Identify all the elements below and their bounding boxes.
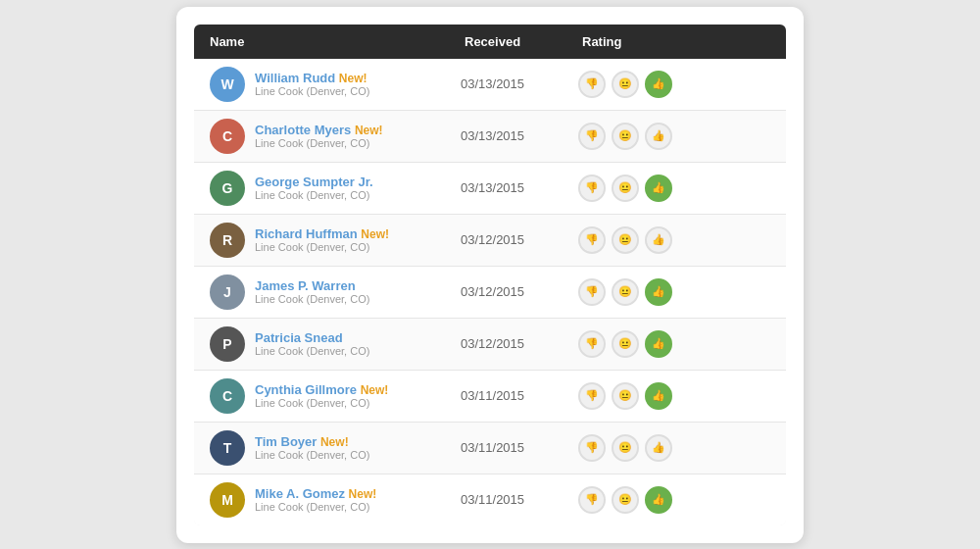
- header-rating: Rating: [582, 34, 770, 49]
- new-badge: New!: [320, 435, 349, 449]
- person-name[interactable]: Tim Boyer New!: [255, 434, 461, 449]
- neutral-button[interactable]: 😐: [612, 278, 639, 306]
- thumbup-button[interactable]: 👍: [645, 278, 672, 306]
- received-date: 03/13/2015: [461, 128, 578, 143]
- table-row: CCharlotte Myers New!Line Cook (Denver, …: [194, 111, 786, 163]
- avatar: P: [210, 326, 245, 362]
- rating-icons: 👎😐👍: [578, 226, 770, 254]
- person-subtitle: Line Cook (Denver, CO): [255, 137, 461, 149]
- person-info: George Sumpter Jr. Line Cook (Denver, CO…: [255, 175, 461, 201]
- thumbdown-button[interactable]: 👎: [578, 278, 606, 306]
- neutral-button[interactable]: 😐: [612, 175, 639, 202]
- person-info: Patricia Snead Line Cook (Denver, CO): [255, 330, 461, 357]
- thumbdown-button[interactable]: 👎: [578, 330, 606, 358]
- person-name[interactable]: Cynthia Gillmore New!: [255, 382, 461, 397]
- person-name[interactable]: James P. Warren: [255, 278, 461, 293]
- table-row: WWilliam Rudd New!Line Cook (Denver, CO)…: [194, 59, 786, 111]
- person-name[interactable]: William Rudd New!: [255, 71, 461, 85]
- thumbdown-button[interactable]: 👎: [578, 434, 606, 462]
- table-row: TTim Boyer New!Line Cook (Denver, CO)03/…: [194, 423, 786, 474]
- rating-icons: 👎😐👍: [578, 330, 770, 358]
- neutral-button[interactable]: 😐: [612, 226, 639, 254]
- person-name[interactable]: Mike A. Gomez New!: [255, 486, 461, 501]
- person-subtitle: Line Cook (Denver, CO): [255, 345, 461, 357]
- rating-icons: 👎😐👍: [578, 382, 770, 410]
- person-name[interactable]: Charlotte Myers New!: [255, 123, 461, 137]
- person-subtitle: Line Cook (Denver, CO): [255, 449, 461, 461]
- rating-icons: 👎😐👍: [578, 434, 770, 462]
- neutral-button[interactable]: 😐: [612, 330, 639, 358]
- person-info: Mike A. Gomez New!Line Cook (Denver, CO): [255, 486, 461, 513]
- person-name[interactable]: Richard Huffman New!: [255, 226, 461, 241]
- person-subtitle: Line Cook (Denver, CO): [255, 85, 461, 97]
- new-badge: New!: [361, 227, 389, 241]
- neutral-button[interactable]: 😐: [612, 434, 639, 462]
- thumbup-button[interactable]: 👍: [645, 330, 672, 358]
- table-body: WWilliam Rudd New!Line Cook (Denver, CO)…: [194, 59, 786, 525]
- thumbdown-button[interactable]: 👎: [578, 175, 606, 202]
- table-header: Name Received Rating: [194, 25, 786, 59]
- avatar: J: [210, 274, 245, 310]
- avatar: W: [210, 67, 245, 102]
- person-info: William Rudd New!Line Cook (Denver, CO): [255, 71, 461, 97]
- neutral-button[interactable]: 😐: [612, 486, 639, 514]
- thumbup-button[interactable]: 👍: [645, 434, 672, 462]
- avatar: T: [210, 430, 245, 466]
- received-date: 03/11/2015: [461, 492, 578, 507]
- header-name: Name: [210, 34, 465, 49]
- thumbup-button[interactable]: 👍: [645, 486, 672, 514]
- thumbdown-button[interactable]: 👎: [578, 123, 606, 150]
- received-date: 03/11/2015: [461, 440, 578, 455]
- received-date: 03/13/2015: [461, 180, 578, 195]
- thumbup-button[interactable]: 👍: [645, 71, 672, 98]
- new-badge: New!: [361, 383, 389, 397]
- person-info: Cynthia Gillmore New!Line Cook (Denver, …: [255, 382, 461, 409]
- table-row: MMike A. Gomez New!Line Cook (Denver, CO…: [194, 474, 786, 525]
- table-row: GGeorge Sumpter Jr. Line Cook (Denver, C…: [194, 163, 786, 215]
- table-row: JJames P. Warren Line Cook (Denver, CO)0…: [194, 267, 786, 319]
- new-badge: New!: [339, 72, 368, 85]
- rating-icons: 👎😐👍: [578, 486, 770, 514]
- person-info: Charlotte Myers New!Line Cook (Denver, C…: [255, 123, 461, 149]
- thumbdown-button[interactable]: 👎: [578, 71, 606, 98]
- neutral-button[interactable]: 😐: [612, 382, 639, 410]
- thumbup-button[interactable]: 👍: [645, 123, 672, 150]
- neutral-button[interactable]: 😐: [612, 123, 639, 150]
- thumbdown-button[interactable]: 👎: [578, 382, 606, 410]
- table-row: RRichard Huffman New!Line Cook (Denver, …: [194, 215, 786, 267]
- rating-icons: 👎😐👍: [578, 123, 770, 150]
- person-info: James P. Warren Line Cook (Denver, CO): [255, 278, 461, 305]
- avatar: C: [210, 119, 245, 154]
- person-name[interactable]: George Sumpter Jr.: [255, 175, 461, 189]
- neutral-button[interactable]: 😐: [612, 71, 639, 98]
- thumbdown-button[interactable]: 👎: [578, 226, 606, 254]
- rating-icons: 👎😐👍: [578, 71, 770, 98]
- new-badge: New!: [355, 124, 383, 137]
- received-date: 03/11/2015: [461, 388, 578, 403]
- received-date: 03/13/2015: [461, 76, 578, 91]
- thumbup-button[interactable]: 👍: [645, 382, 672, 410]
- header-received: Received: [465, 34, 582, 49]
- rating-icons: 👎😐👍: [578, 278, 770, 306]
- avatar: G: [210, 171, 245, 206]
- person-subtitle: Line Cook (Denver, CO): [255, 501, 461, 513]
- table-row: PPatricia Snead Line Cook (Denver, CO)03…: [194, 319, 786, 371]
- received-date: 03/12/2015: [461, 232, 578, 247]
- avatar: R: [210, 223, 245, 258]
- person-subtitle: Line Cook (Denver, CO): [255, 241, 461, 253]
- new-badge: New!: [349, 487, 377, 501]
- received-date: 03/12/2015: [461, 284, 578, 299]
- thumbup-button[interactable]: 👍: [645, 175, 672, 202]
- person-info: Richard Huffman New!Line Cook (Denver, C…: [255, 226, 461, 253]
- thumbup-button[interactable]: 👍: [645, 226, 672, 254]
- received-date: 03/12/2015: [461, 336, 578, 351]
- main-card: Name Received Rating WWilliam Rudd New!L…: [176, 7, 804, 543]
- person-name[interactable]: Patricia Snead: [255, 330, 461, 345]
- person-subtitle: Line Cook (Denver, CO): [255, 397, 461, 409]
- table-row: CCynthia Gillmore New!Line Cook (Denver,…: [194, 371, 786, 423]
- rating-icons: 👎😐👍: [578, 175, 770, 202]
- avatar: M: [210, 482, 245, 518]
- thumbdown-button[interactable]: 👎: [578, 486, 606, 514]
- person-info: Tim Boyer New!Line Cook (Denver, CO): [255, 434, 461, 461]
- person-subtitle: Line Cook (Denver, CO): [255, 189, 461, 201]
